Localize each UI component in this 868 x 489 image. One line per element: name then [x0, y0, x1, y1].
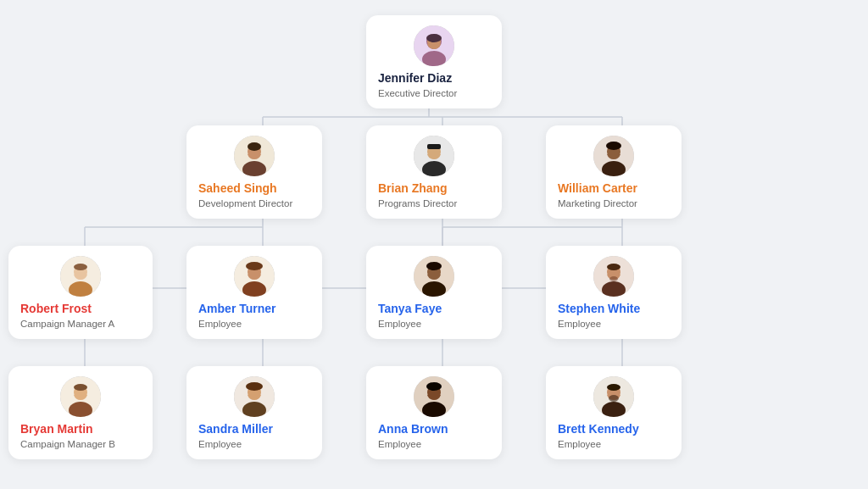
role-brett: Employee: [558, 439, 601, 449]
card-anna[interactable]: Anna Brown Employee: [366, 366, 502, 459]
role-william: Marketing Director: [558, 198, 637, 208]
name-amber: Amber Turner: [198, 302, 276, 316]
role-bryan: Campaign Manager B: [20, 439, 115, 449]
name-sandra: Sandra Miller: [198, 422, 273, 436]
card-brian[interactable]: Brian Zhang Programs Director: [366, 125, 502, 219]
avatar-brett: [593, 376, 634, 417]
name-william: William Carter: [558, 181, 637, 196]
avatar-stephen: [593, 256, 634, 297]
role-jennifer: Executive Director: [378, 88, 457, 98]
svg-point-50: [426, 262, 442, 270]
svg-point-30: [248, 142, 261, 151]
name-tanya: Tanya Faye: [378, 302, 442, 316]
card-stephen[interactable]: Stephen White Employee: [546, 246, 682, 339]
card-brett[interactable]: Brett Kennedy Employee: [546, 366, 682, 459]
role-stephen: Employee: [558, 319, 601, 329]
name-stephen: Stephen White: [558, 302, 640, 316]
avatar-jennifer: [414, 25, 454, 66]
card-jennifer[interactable]: Jennifer Diaz Executive Director: [366, 15, 502, 108]
avatar-tanya: [414, 256, 454, 297]
svg-point-63: [246, 382, 263, 391]
avatar-amber: [234, 256, 275, 297]
role-sandra: Employee: [198, 439, 242, 449]
name-jennifer: Jennifer Diaz: [378, 71, 452, 86]
card-robert[interactable]: Robert Frost Campaign Manager A: [8, 246, 153, 339]
card-tanya[interactable]: Tanya Faye Employee: [366, 246, 502, 339]
role-anna: Employee: [378, 439, 421, 449]
name-bryan: Bryan Martin: [20, 422, 93, 436]
avatar-william: [593, 136, 634, 176]
role-tanya: Employee: [378, 319, 421, 329]
svg-point-42: [74, 264, 87, 270]
card-bryan[interactable]: Bryan Martin Campaign Manager B: [8, 366, 153, 459]
svg-point-56: [609, 276, 618, 281]
avatar-robert: [60, 256, 101, 297]
svg-point-72: [609, 395, 619, 402]
card-william[interactable]: William Carter Marketing Director: [546, 125, 682, 219]
card-sandra[interactable]: Sandra Miller Employee: [186, 366, 322, 459]
role-robert: Campaign Manager A: [20, 319, 114, 329]
role-brian: Programs Director: [378, 198, 457, 208]
card-saheed[interactable]: Saheed Singh Development Director: [186, 125, 322, 219]
name-saheed: Saheed Singh: [198, 181, 277, 196]
avatar-saheed: [234, 136, 275, 176]
svg-point-59: [74, 384, 87, 391]
svg-point-46: [246, 262, 263, 270]
avatar-sandra: [234, 376, 275, 417]
name-anna: Anna Brown: [378, 422, 448, 436]
avatar-brian: [414, 136, 454, 176]
avatar-anna: [414, 376, 454, 417]
org-chart: Jennifer Diaz Executive Director Saheed …: [0, 0, 868, 489]
svg-point-27: [426, 34, 442, 42]
name-robert: Robert Frost: [20, 302, 92, 316]
role-amber: Employee: [198, 319, 242, 329]
card-amber[interactable]: Amber Turner Employee: [186, 246, 322, 339]
svg-point-67: [426, 382, 442, 391]
svg-point-54: [607, 264, 620, 270]
svg-point-38: [606, 142, 621, 150]
name-brian: Brian Zhang: [378, 181, 448, 196]
role-saheed: Development Director: [198, 198, 292, 208]
svg-point-71: [607, 384, 620, 391]
svg-rect-34: [427, 144, 441, 149]
avatar-bryan: [60, 376, 101, 417]
name-brett: Brett Kennedy: [558, 422, 639, 436]
